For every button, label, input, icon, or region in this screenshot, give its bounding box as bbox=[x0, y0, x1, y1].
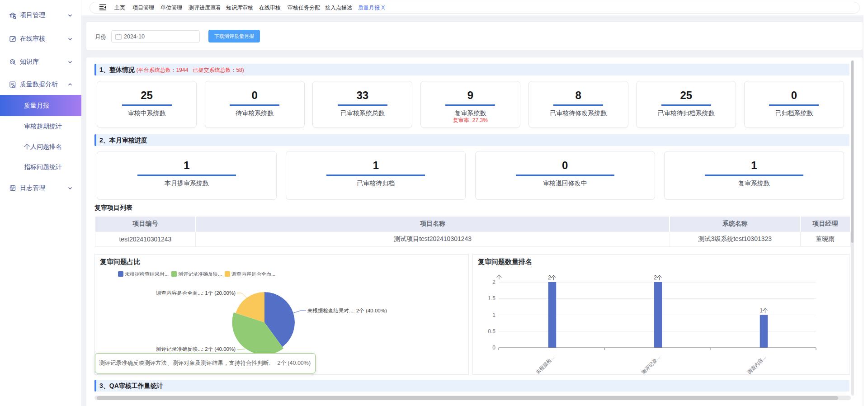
svg-text:调查内容是否全面...: 调查内容是否全面... bbox=[231, 271, 275, 277]
svg-text:1.5: 1.5 bbox=[488, 295, 495, 302]
svg-text:测评记录准确反映...: 测评记录准确反映... bbox=[178, 271, 222, 277]
svg-text:2: 2 bbox=[492, 279, 495, 285]
svg-text:0: 0 bbox=[492, 345, 495, 351]
svg-text:未根据检查结果对...: 未根据检查结果对... bbox=[125, 271, 169, 277]
svg-text:1: 1 bbox=[492, 312, 495, 318]
svg-text:1个: 1个 bbox=[760, 307, 768, 314]
svg-text:2个: 2个 bbox=[548, 274, 557, 281]
svg-text:0.5: 0.5 bbox=[488, 328, 495, 335]
svg-text:测评记录准确反映...: 2个 (40.00%): 测评记录准确反映...: 2个 (40.00%) bbox=[156, 346, 236, 352]
svg-text:测评记录...: 测评记录... bbox=[640, 354, 661, 374]
svg-text:调查内容...: 调查内容... bbox=[746, 354, 767, 374]
svg-text:调查内容是否全面...: 1个 (20.00%): 调查内容是否全面...: 1个 (20.00%) bbox=[156, 290, 236, 296]
svg-text:2个: 2个 bbox=[654, 274, 662, 281]
svg-text:未根据检...: 未根据检... bbox=[534, 354, 555, 374]
svg-text:未根据检查结果对...: 2个 (40.00%): 未根据检查结果对...: 2个 (40.00%) bbox=[307, 308, 387, 313]
